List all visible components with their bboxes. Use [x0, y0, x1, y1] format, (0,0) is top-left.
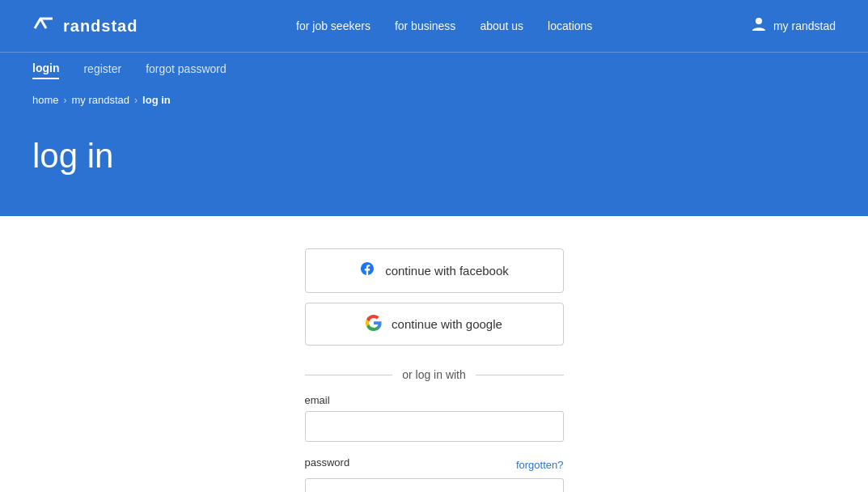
email-input[interactable] [305, 411, 564, 442]
page-title: log in [32, 137, 836, 176]
breadcrumb-my-randstad[interactable]: my randstad [72, 94, 130, 106]
breadcrumb-current: log in [142, 94, 171, 106]
google-login-label: continue with google [392, 317, 502, 331]
top-nav: randstad for job seekers for business ab… [0, 0, 868, 52]
logo-icon [32, 12, 55, 40]
nav-links: for job seekers for business about us lo… [296, 19, 592, 32]
or-text: or log in with [402, 368, 466, 381]
tab-forgot-password[interactable]: forgot password [146, 62, 227, 78]
hero-section: log in [0, 112, 868, 216]
google-icon [366, 315, 382, 333]
facebook-login-label: continue with facebook [385, 264, 509, 278]
content-area: continue with facebook continue with goo… [0, 216, 868, 492]
forgotten-password-link[interactable]: forgotten? [516, 459, 564, 471]
tab-login[interactable]: login [32, 62, 59, 79]
breadcrumb-chevron-2: › [134, 95, 138, 106]
password-label: password [305, 456, 350, 469]
my-randstad-label: my randstad [773, 19, 836, 32]
breadcrumb-home[interactable]: home [32, 94, 59, 106]
facebook-icon [359, 261, 375, 281]
nav-business[interactable]: for business [395, 19, 455, 32]
or-divider: or log in with [305, 368, 564, 381]
breadcrumb: home › my randstad › log in [0, 87, 868, 112]
google-login-button[interactable]: continue with google [305, 303, 564, 346]
password-row: password forgotten? [305, 456, 564, 473]
svg-point-1 [756, 18, 762, 24]
sub-nav: login register forgot password [0, 52, 868, 87]
tab-register[interactable]: register [83, 62, 121, 78]
divider-line-left [305, 375, 393, 375]
email-label: email [305, 394, 564, 406]
nav-job-seekers[interactable]: for job seekers [296, 19, 370, 32]
logo-area[interactable]: randstad [32, 12, 138, 40]
nav-about[interactable]: about us [480, 19, 523, 32]
logo-text: randstad [63, 17, 138, 36]
breadcrumb-chevron-1: › [64, 95, 67, 106]
user-icon [751, 16, 767, 36]
facebook-login-button[interactable]: continue with facebook [305, 248, 564, 293]
login-form: email password forgotten? [305, 394, 564, 492]
divider-line-right [476, 375, 564, 375]
my-randstad-link[interactable]: my randstad [751, 16, 836, 36]
nav-locations[interactable]: locations [548, 19, 592, 32]
password-input[interactable] [305, 478, 564, 492]
